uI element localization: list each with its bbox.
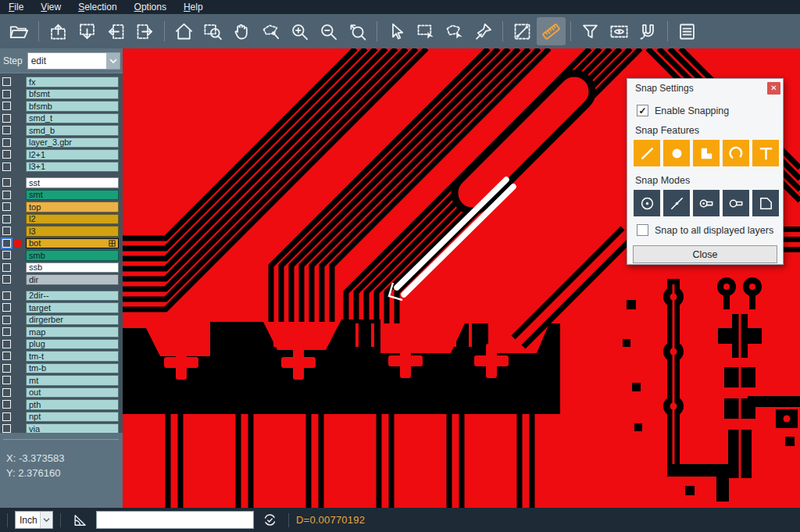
select-cursor-button[interactable] bbox=[382, 17, 411, 45]
layer-visibility-checkbox[interactable] bbox=[2, 90, 11, 98]
layer-color-cell[interactable]: pth bbox=[26, 399, 119, 410]
layer-row-layer_3.gbr[interactable]: layer_3.gbr bbox=[0, 137, 123, 149]
layer-row-sst[interactable]: sst bbox=[0, 177, 123, 189]
layer-visibility-checkbox[interactable] bbox=[2, 352, 11, 360]
select-poly-button[interactable] bbox=[440, 17, 469, 45]
layer-color-cell[interactable]: mt bbox=[26, 375, 119, 386]
layer-color-cell[interactable]: l2 bbox=[26, 214, 119, 225]
measure-points-button[interactable] bbox=[508, 17, 537, 45]
on-feature-snap-button[interactable] bbox=[663, 190, 690, 216]
layer-visibility-checkbox[interactable] bbox=[2, 77, 11, 86]
layer-row-target[interactable]: target bbox=[0, 302, 123, 314]
layer-color-cell[interactable]: dirgerber bbox=[26, 315, 119, 326]
snap-magnet-button[interactable] bbox=[634, 17, 662, 45]
layer-color-cell[interactable]: tm-b bbox=[26, 363, 119, 374]
layer-visibility-checkbox[interactable] bbox=[2, 150, 11, 159]
layer-visibility-checkbox[interactable] bbox=[2, 202, 11, 211]
layer-color-cell[interactable]: smd_b bbox=[26, 125, 119, 136]
layer-visibility-checkbox[interactable] bbox=[2, 102, 11, 110]
layer-row-l2[interactable]: l2 bbox=[0, 213, 123, 226]
pad-snap-button[interactable] bbox=[663, 140, 690, 166]
layer-row-smd_t[interactable]: smd_t bbox=[0, 112, 123, 125]
layer-row-2dir--[interactable]: 2dir-- bbox=[0, 290, 123, 302]
layer-visibility-checkbox[interactable] bbox=[2, 291, 11, 300]
layer-row-npt[interactable]: npt bbox=[0, 411, 123, 423]
layer-visibility-checkbox[interactable] bbox=[2, 400, 11, 409]
layer-visibility-checkbox[interactable] bbox=[2, 178, 11, 187]
layer-color-cell[interactable]: smt bbox=[26, 190, 119, 201]
menu-item-help[interactable]: Help bbox=[175, 0, 212, 14]
layer-color-cell[interactable]: 2dir-- bbox=[26, 291, 119, 302]
layer-row-plug[interactable]: plug bbox=[0, 338, 123, 351]
layer-visibility-checkbox[interactable] bbox=[2, 138, 11, 147]
grid-icon[interactable] bbox=[109, 240, 116, 247]
measure-input[interactable] bbox=[96, 511, 254, 529]
layer-visibility-checkbox[interactable] bbox=[2, 364, 11, 373]
layer-row-bfsmt[interactable]: bfsmt bbox=[0, 88, 123, 101]
unit-dropdown[interactable]: Inch bbox=[15, 511, 53, 529]
layer-visibility-checkbox[interactable] bbox=[2, 340, 11, 348]
all-layers-checkbox[interactable] bbox=[637, 224, 648, 236]
select-rect-button[interactable] bbox=[411, 17, 440, 45]
layer-visibility-checkbox[interactable] bbox=[2, 327, 11, 336]
layer-visibility-checkbox[interactable] bbox=[2, 191, 11, 199]
open-file-button[interactable] bbox=[5, 17, 34, 45]
surface-snap-button[interactable] bbox=[693, 140, 720, 166]
zoom-window-button[interactable] bbox=[198, 17, 227, 45]
pan-hand-button[interactable] bbox=[227, 17, 256, 45]
layer-color-cell[interactable]: plug bbox=[26, 339, 119, 350]
layer-color-cell[interactable]: bfsmt bbox=[26, 89, 119, 100]
layer-row-ssb[interactable]: ssb bbox=[0, 262, 123, 274]
zoom-out-button[interactable] bbox=[314, 17, 343, 45]
layer-row-out[interactable]: out bbox=[0, 387, 123, 399]
layer-row-dirgerber[interactable]: dirgerber bbox=[0, 314, 123, 327]
layer-color-cell[interactable]: top bbox=[26, 202, 119, 212]
layer-row-smd_b[interactable]: smd_b bbox=[0, 124, 123, 137]
layer-row-tm-t[interactable]: tm-t bbox=[0, 350, 123, 362]
line-snap-button[interactable] bbox=[634, 140, 660, 166]
layer-color-cell[interactable]: ssb bbox=[26, 262, 119, 273]
shift-up-button[interactable] bbox=[44, 17, 73, 45]
layer-color-cell[interactable]: tm-t bbox=[26, 351, 119, 362]
shift-left-button[interactable] bbox=[102, 17, 130, 45]
layer-row-l2+1[interactable]: l2+1 bbox=[0, 148, 123, 161]
layer-color-cell[interactable]: bfsmb bbox=[26, 101, 119, 112]
menu-item-options[interactable]: Options bbox=[126, 0, 175, 14]
layer-row-mt[interactable]: mt bbox=[0, 374, 123, 387]
layer-row-bot[interactable]: bot bbox=[0, 237, 123, 250]
layer-visibility-checkbox[interactable] bbox=[2, 376, 11, 384]
layer-visibility-checkbox[interactable] bbox=[2, 388, 11, 397]
menu-item-view[interactable]: View bbox=[32, 0, 70, 14]
zoom-in-button[interactable] bbox=[285, 17, 314, 45]
layer-visibility-checkbox[interactable] bbox=[2, 316, 11, 324]
layer-color-cell[interactable]: npt bbox=[26, 412, 119, 423]
layer-row-fx[interactable]: fx bbox=[0, 76, 123, 88]
layer-color-cell[interactable]: smd_t bbox=[26, 113, 119, 124]
layer-visibility-checkbox[interactable] bbox=[2, 239, 11, 248]
layer-visibility-checkbox[interactable] bbox=[2, 303, 11, 312]
step-dropdown[interactable]: edit bbox=[27, 52, 120, 70]
paint-brush-button[interactable] bbox=[469, 17, 498, 45]
layer-visibility-checkbox[interactable] bbox=[2, 227, 11, 235]
menu-item-file[interactable]: File bbox=[0, 0, 32, 14]
layer-row-tm-b[interactable]: tm-b bbox=[0, 362, 123, 375]
layer-row-top[interactable]: top bbox=[0, 201, 123, 213]
layer-row-pth[interactable]: pth bbox=[0, 398, 123, 411]
layer-visibility-checkbox[interactable] bbox=[2, 263, 11, 272]
view-region-button[interactable] bbox=[605, 17, 634, 45]
layer-visibility-checkbox[interactable] bbox=[2, 162, 11, 171]
layer-visibility-checkbox[interactable] bbox=[2, 275, 11, 284]
zoom-home-button[interactable] bbox=[170, 17, 198, 45]
layer-visibility-checkbox[interactable] bbox=[2, 251, 11, 259]
close-icon[interactable] bbox=[767, 82, 780, 95]
layer-color-cell[interactable]: l3 bbox=[26, 226, 119, 237]
layer-color-cell[interactable]: bot bbox=[26, 238, 119, 249]
layer-color-cell[interactable]: l2+1 bbox=[26, 149, 119, 160]
arc-snap-button[interactable] bbox=[723, 140, 749, 166]
text-snap-button[interactable] bbox=[752, 140, 779, 166]
layer-row-map[interactable]: map bbox=[0, 326, 123, 338]
apply-check-icon[interactable] bbox=[262, 512, 277, 527]
slot-snap-button[interactable] bbox=[723, 190, 749, 216]
layer-color-cell[interactable]: l3+1 bbox=[26, 162, 119, 173]
layer-visibility-checkbox[interactable] bbox=[2, 215, 11, 223]
